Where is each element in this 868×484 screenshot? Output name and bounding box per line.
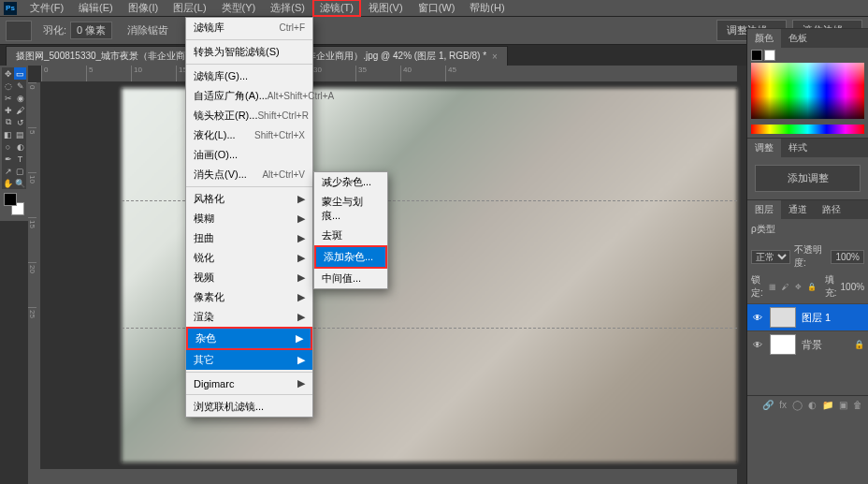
filter-render[interactable]: 渲染▶ [186,307,312,327]
menu-view[interactable]: 视图(V) [361,0,411,17]
layer-name[interactable]: 图层 1 [802,311,831,325]
type-tool[interactable]: T [14,153,26,165]
filter-noise[interactable]: 杂色▶ [186,327,312,350]
gradient-tool[interactable]: ▤ [14,128,26,140]
noise-add[interactable]: 添加杂色... [314,245,387,269]
move-tool[interactable]: ✥ [2,67,14,80]
filter-vanishing[interactable]: 消失点(V)...Alt+Ctrl+V [186,165,312,184]
color-tab[interactable]: 颜色 [747,29,781,48]
layer-thumb[interactable] [770,307,796,328]
layers-panel: 图层 通道 路径 ρ类型 正常 不透明度: 100% 锁定: ▦ 🖌 ✥ 🔒 填… [747,199,868,484]
filter-distort[interactable]: 扭曲▶ [186,228,312,248]
filter-stylize[interactable]: 风格化▶ [186,189,312,209]
filter-liquify[interactable]: 液化(L)...Shift+Ctrl+X [186,125,312,145]
history-brush-tool[interactable]: ↺ [14,116,26,128]
menu-layer[interactable]: 图层(L) [166,0,213,17]
filter-blur[interactable]: 模糊▶ [186,209,312,228]
group-icon[interactable]: 📁 [822,400,833,410]
noise-dust[interactable]: 蒙尘与划痕... [314,192,387,226]
layer-row[interactable]: 👁 背景 🔒 [747,330,868,358]
filter-last[interactable]: 滤镜库Ctrl+F [186,18,312,37]
eraser-tool[interactable]: ◧ [2,128,14,140]
color-swatches[interactable] [4,193,24,215]
styles-tab[interactable]: 样式 [781,139,815,157]
swatches-tab[interactable]: 色板 [781,29,815,48]
layer-thumb[interactable] [770,334,796,355]
menu-image[interactable]: 图像(I) [121,0,166,17]
channels-tab[interactable]: 通道 [781,200,815,219]
menu-edit[interactable]: 编辑(E) [71,0,121,17]
add-adjustment-button[interactable]: 添加调整 [755,165,861,192]
hue-strip[interactable] [751,125,864,134]
tool-preset[interactable] [6,21,32,41]
visibility-icon[interactable]: 👁 [751,313,764,323]
quickselect-tool[interactable]: ✎ [14,80,26,92]
hand-tool[interactable]: ✋ [2,177,14,189]
layer-name[interactable]: 背景 [802,338,822,352]
layers-footer: 🔗 fx ◯ ◐ 📁 ▣ 🗑 [747,395,868,414]
brush-tool[interactable]: 🖌 [14,104,26,116]
link-icon[interactable]: 🔗 [762,400,774,410]
fill-adjust-icon[interactable]: ◐ [808,400,817,410]
shape-tool[interactable]: ▢ [14,165,26,177]
eyedropper-tool[interactable]: ◉ [14,92,26,104]
menu-file[interactable]: 文件(F) [22,0,71,17]
feather-label: 羽化: [39,23,70,37]
fill-input[interactable]: 100% [841,282,865,292]
trash-icon[interactable]: 🗑 [853,400,862,410]
lasso-tool[interactable]: ◌ [2,80,14,92]
ps-icon: Ps [4,2,17,15]
lock-position-icon[interactable]: ✥ [793,281,804,292]
stamp-tool[interactable]: ⧉ [2,116,14,128]
menu-select[interactable]: 选择(S) [263,0,312,17]
feather-input[interactable]: 0 像素 [70,22,112,39]
menu-type[interactable]: 类型(Y) [214,0,264,17]
fg-color[interactable] [4,193,17,206]
crop-tool[interactable]: ✂ [2,92,14,104]
filter-pixelate[interactable]: 像素化▶ [186,287,312,307]
status-bar [28,469,737,484]
lock-all-icon[interactable]: 🔒 [806,281,817,292]
adjust-tab[interactable]: 调整 [747,139,781,157]
noise-reduce[interactable]: 减少杂色... [314,172,387,192]
blend-mode-select[interactable]: 正常 [751,250,790,264]
filter-video[interactable]: 视频▶ [186,268,312,287]
tab-close-icon[interactable]: × [492,51,498,62]
new-layer-icon[interactable]: ▣ [839,400,847,410]
layer-row[interactable]: 👁 图层 1 [747,303,868,330]
menu-filter[interactable]: 滤镜(T) [312,0,361,17]
menu-help[interactable]: 帮助(H) [462,0,512,17]
filter-adaptive-wide[interactable]: 自适应广角(A)...Alt+Shift+Ctrl+A [186,86,312,106]
visibility-icon[interactable]: 👁 [751,340,764,350]
paths-tab[interactable]: 路径 [815,200,848,219]
blur-tool[interactable]: ○ [2,140,14,153]
fg-swatch[interactable] [751,50,762,61]
color-spectrum[interactable] [751,63,864,119]
lock-transparency-icon[interactable]: ▦ [767,281,778,292]
marquee-tool[interactable]: ▭ [14,67,26,80]
menu-window[interactable]: 窗口(W) [411,0,463,17]
dodge-tool[interactable]: ◐ [14,140,26,153]
filter-lens-correction[interactable]: 镜头校正(R)...Shift+Ctrl+R [186,106,312,125]
mask-icon[interactable]: ◯ [792,400,803,410]
noise-despeckle[interactable]: 去斑 [314,226,387,245]
zoom-tool[interactable]: 🔍 [14,177,26,189]
filter-digimarc[interactable]: Digimarc▶ [186,374,312,392]
filter-oil[interactable]: 油画(O)... [186,145,312,165]
layers-tab[interactable]: 图层 [747,200,781,219]
pen-tool[interactable]: ✒ [2,153,14,165]
filter-gallery[interactable]: 滤镜库(G)... [186,66,312,86]
options-bar: 羽化: 0 像素 消除锯齿 调整边缘... 遮住边缘... [0,17,868,45]
fx-icon[interactable]: fx [779,400,787,410]
bg-swatch[interactable] [764,50,775,61]
filter-other[interactable]: 其它▶ [186,350,312,370]
opacity-input[interactable]: 100% [831,250,864,264]
filter-smart[interactable]: 转换为智能滤镜(S) [186,42,312,62]
heal-tool[interactable]: ✚ [2,104,14,116]
lock-pixels-icon[interactable]: 🖌 [780,281,791,292]
path-tool[interactable]: ↗ [2,165,14,177]
filter-sharpen[interactable]: 锐化▶ [186,248,312,268]
antialias-checkbox[interactable]: 消除锯齿 [123,23,172,37]
noise-median[interactable]: 中间值... [314,269,387,288]
filter-browse-online[interactable]: 浏览联机滤镜... [186,397,312,417]
